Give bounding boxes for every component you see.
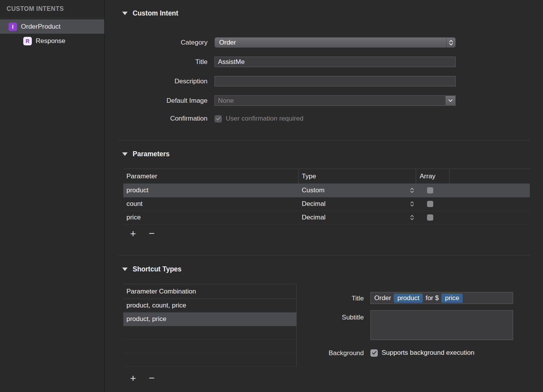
title-label: Title bbox=[105, 58, 208, 66]
section-title: Parameters bbox=[133, 150, 169, 158]
column-header-array: Array bbox=[416, 169, 450, 183]
sidebar-item-response[interactable]: R Response bbox=[0, 34, 104, 48]
confirmation-checkbox[interactable] bbox=[214, 115, 222, 123]
parameter-type-value: Decimal bbox=[302, 214, 325, 221]
section-header-shortcut-types: Shortcut Types bbox=[122, 265, 182, 273]
background-label: Background bbox=[306, 349, 364, 357]
title-text-segment: Order bbox=[374, 294, 391, 302]
remove-parameter-button[interactable]: − bbox=[146, 228, 157, 239]
section-title: Shortcut Types bbox=[133, 265, 182, 273]
column-header-type: Type bbox=[299, 169, 416, 183]
array-checkbox[interactable] bbox=[427, 187, 433, 193]
combination-row[interactable]: product, count, price bbox=[123, 299, 296, 313]
default-image-value: None bbox=[218, 97, 234, 105]
section-divider bbox=[118, 140, 530, 141]
parameter-row-price[interactable]: price Decimal bbox=[123, 211, 530, 224]
type-popup-chevrons-icon[interactable] bbox=[410, 201, 414, 207]
sidebar-title: CUSTOM INTENTS bbox=[0, 0, 104, 18]
section-title: Custom Intent bbox=[133, 9, 178, 17]
background-row: Supports background execution bbox=[370, 349, 474, 357]
combination-row-empty[interactable] bbox=[123, 340, 296, 353]
shortcut-subtitle-input[interactable] bbox=[370, 310, 513, 340]
section-header-parameters: Parameters bbox=[122, 150, 169, 158]
parameter-row-count[interactable]: count Decimal bbox=[123, 197, 530, 211]
combination-row[interactable]: product, price bbox=[123, 313, 296, 326]
confirmation-checkbox-label: User confirmation required bbox=[226, 115, 303, 123]
sidebar-item-label: OrderProduct bbox=[21, 23, 61, 31]
column-header-parameter: Parameter bbox=[123, 169, 299, 183]
disclosure-triangle-icon[interactable] bbox=[122, 152, 128, 156]
parameters-table: Parameter Type Array product Custom coun… bbox=[123, 169, 530, 224]
parameter-row-product[interactable]: product Custom bbox=[123, 184, 530, 197]
combination-row-empty[interactable] bbox=[123, 353, 296, 367]
disclosure-triangle-icon[interactable] bbox=[122, 268, 128, 271]
description-label: Description bbox=[105, 78, 208, 85]
parameter-type-value: Decimal bbox=[302, 200, 325, 208]
category-label: Category bbox=[105, 39, 208, 47]
title-text-segment: for $ bbox=[425, 294, 439, 302]
parameters-table-actions: + − bbox=[127, 228, 157, 239]
parameter-name: price bbox=[123, 214, 299, 221]
response-icon: R bbox=[23, 37, 32, 45]
type-popup-chevrons-icon[interactable] bbox=[410, 188, 414, 193]
confirmation-row: Confirmation User confirmation required bbox=[105, 115, 456, 123]
combination-row-empty[interactable] bbox=[123, 326, 296, 340]
default-image-combo[interactable]: None bbox=[214, 95, 456, 106]
title-input[interactable] bbox=[214, 57, 456, 67]
shortcut-title-label: Title bbox=[306, 295, 364, 302]
chevron-down-icon bbox=[445, 95, 456, 106]
add-parameter-button[interactable]: + bbox=[127, 228, 139, 239]
category-popup[interactable]: Order bbox=[214, 37, 456, 48]
description-input[interactable] bbox=[214, 76, 456, 86]
shortcut-subtitle-label: Subtitle bbox=[306, 314, 364, 321]
category-value: Order bbox=[219, 39, 236, 47]
parameters-table-header: Parameter Type Array bbox=[123, 169, 530, 184]
intent-icon: I bbox=[9, 22, 17, 31]
description-row: Description bbox=[105, 76, 456, 86]
array-checkbox[interactable] bbox=[427, 214, 433, 221]
parameter-type-value: Custom bbox=[302, 187, 325, 194]
parameter-name: count bbox=[123, 200, 299, 208]
sidebar-item-orderproduct[interactable]: I OrderProduct bbox=[0, 19, 104, 34]
background-checkbox-label: Supports background execution bbox=[382, 349, 474, 357]
remove-combination-button[interactable]: − bbox=[146, 373, 157, 383]
custom-intent-form: Category Order Title Description bbox=[105, 37, 456, 131]
disclosure-triangle-icon[interactable] bbox=[122, 12, 128, 15]
confirmation-label: Confirmation bbox=[105, 115, 208, 123]
default-image-row: Default Image None bbox=[105, 95, 456, 106]
section-header-custom-intent: Custom Intent bbox=[122, 9, 178, 17]
title-row: Title bbox=[105, 57, 456, 67]
combination-table-header: Parameter Combination bbox=[123, 284, 296, 299]
shortcut-title-field[interactable]: Order product for $ price bbox=[370, 292, 513, 304]
combination-table-actions: + − bbox=[127, 373, 157, 383]
background-checkbox[interactable] bbox=[370, 349, 378, 357]
popup-chevrons-icon bbox=[446, 38, 455, 47]
add-combination-button[interactable]: + bbox=[127, 373, 139, 383]
sidebar: CUSTOM INTENTS I OrderProduct R Response bbox=[0, 0, 105, 392]
type-popup-chevrons-icon[interactable] bbox=[410, 215, 414, 220]
parameter-token-price[interactable]: price bbox=[441, 294, 463, 303]
sidebar-item-label: Response bbox=[36, 37, 66, 45]
parameter-combination-table: Parameter Combination product, count, pr… bbox=[123, 284, 297, 367]
section-divider bbox=[118, 255, 530, 256]
category-row: Category Order bbox=[105, 37, 456, 48]
parameter-token-product[interactable]: product bbox=[394, 294, 423, 303]
parameter-name: product bbox=[123, 187, 299, 194]
editor-pane: Custom Intent Category Order Title bbox=[105, 0, 543, 392]
default-image-label: Default Image bbox=[105, 97, 208, 105]
array-checkbox[interactable] bbox=[427, 201, 433, 207]
